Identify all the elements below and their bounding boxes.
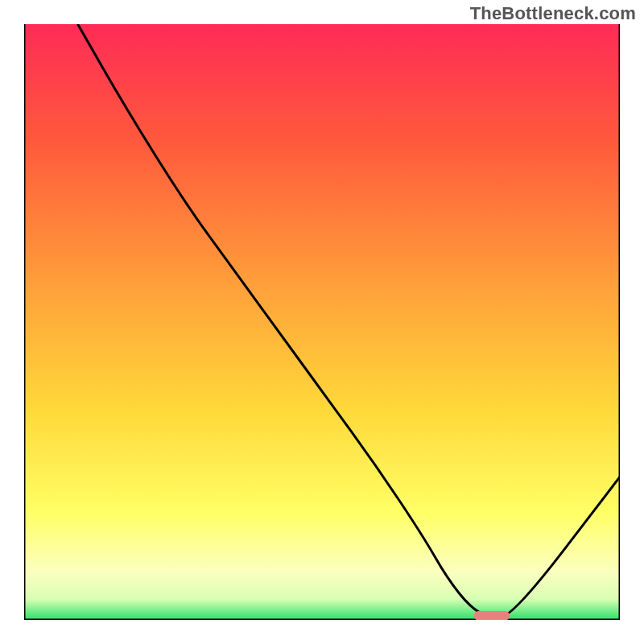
chart-svg [24,24,620,620]
chart-frame: TheBottleneck.com [0,0,644,644]
plot-background [24,24,620,620]
optimal-marker [474,611,510,620]
watermark-text: TheBottleneck.com [470,3,636,24]
